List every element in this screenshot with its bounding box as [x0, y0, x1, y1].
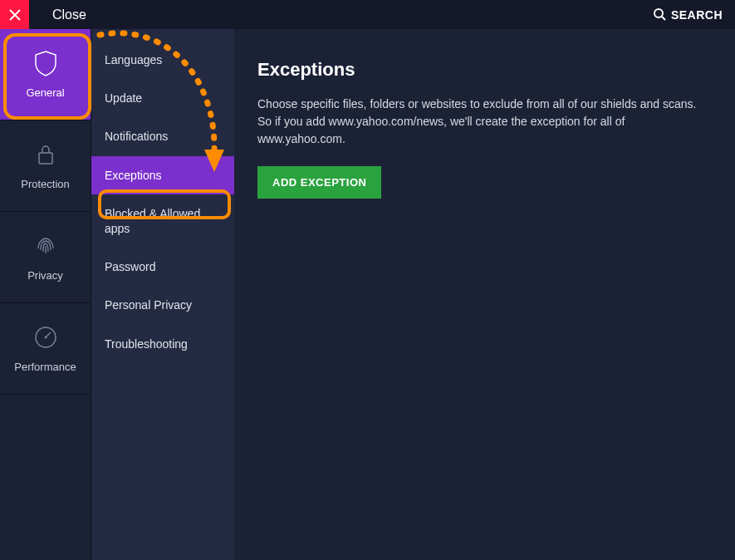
svg-point-2: [654, 9, 663, 17]
primary-sidebar: General Protection Privacy Performance: [0, 29, 91, 560]
gauge-icon: [33, 324, 58, 351]
topbar: Close SEARCH: [0, 0, 735, 29]
sidebar-item-privacy[interactable]: Privacy: [0, 212, 91, 303]
sidebar-item-label: Performance: [14, 361, 76, 373]
search-button[interactable]: SEARCH: [654, 0, 723, 29]
subnav-item-personal-privacy[interactable]: Personal Privacy: [91, 286, 234, 324]
sidebar-item-general[interactable]: General: [0, 29, 91, 120]
svg-rect-4: [39, 153, 52, 164]
shield-icon: [34, 50, 57, 76]
close-icon: [9, 9, 21, 21]
close-label[interactable]: Close: [52, 7, 86, 22]
sidebar-item-label: Privacy: [27, 269, 63, 282]
subnav-item-update[interactable]: Update: [91, 79, 234, 117]
subnav-item-troubleshooting[interactable]: Troubleshooting: [91, 325, 234, 363]
sidebar-item-performance[interactable]: Performance: [0, 303, 91, 395]
close-x-button[interactable]: [0, 0, 29, 29]
subnav-item-notifications[interactable]: Notifications: [91, 117, 234, 155]
subnav-item-languages[interactable]: Languages: [91, 41, 234, 79]
subnav-item-password[interactable]: Password: [91, 248, 234, 286]
svg-point-7: [44, 336, 47, 339]
subnav-item-exceptions[interactable]: Exceptions: [91, 156, 234, 194]
content-pane: Exceptions Choose specific files, folder…: [234, 29, 735, 560]
page-title: Exceptions: [257, 59, 712, 81]
lock-icon: [36, 141, 56, 168]
add-exception-button[interactable]: ADD EXCEPTION: [257, 166, 381, 199]
subnav-item-blocked-allowed-apps[interactable]: Blocked & Allowed apps: [91, 194, 234, 248]
fingerprint-icon: [33, 233, 58, 259]
sidebar-item-protection[interactable]: Protection: [0, 120, 91, 212]
search-label: SEARCH: [671, 8, 723, 22]
svg-line-3: [662, 17, 665, 20]
secondary-sidebar: Languages Update Notifications Exception…: [91, 29, 234, 560]
sidebar-item-label: General: [26, 86, 64, 99]
search-icon: [654, 8, 666, 21]
page-description: Choose specific files, folders or websit…: [257, 96, 712, 148]
sidebar-item-label: Protection: [21, 178, 70, 190]
